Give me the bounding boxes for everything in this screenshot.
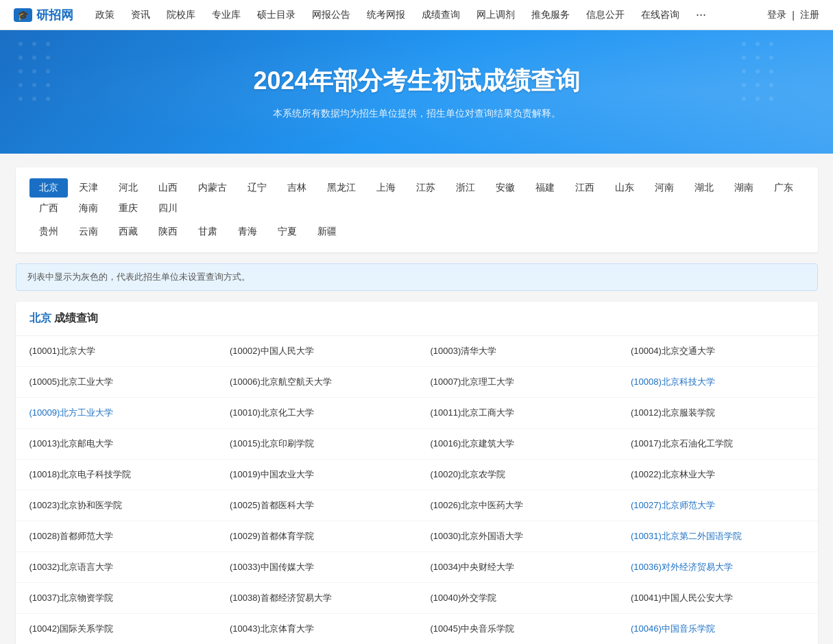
region-tab-湖南[interactable]: 湖南 bbox=[725, 178, 763, 198]
result-cell: (10040)外交学院 bbox=[417, 583, 618, 614]
region-tab-海南[interactable]: 海南 bbox=[69, 199, 108, 218]
region-tab-辽宁[interactable]: 辽宁 bbox=[238, 178, 276, 198]
svg-point-4 bbox=[32, 56, 36, 60]
results-region: 北京 bbox=[29, 312, 51, 324]
region-tab-广东[interactable]: 广东 bbox=[764, 178, 803, 198]
result-cell[interactable]: (10009)北方工业大学 bbox=[16, 398, 217, 429]
result-cell: (10017)北京石油化工学院 bbox=[617, 429, 818, 460]
svg-point-19 bbox=[756, 56, 760, 60]
region-tab-重庆[interactable]: 重庆 bbox=[109, 199, 147, 218]
nav-more[interactable]: ··· bbox=[688, 0, 714, 30]
nav-link-6[interactable]: 统考网报 bbox=[359, 0, 413, 30]
login-link[interactable]: 登录 bbox=[767, 9, 786, 21]
result-cell: (10010)北京化工大学 bbox=[216, 398, 417, 429]
svg-point-17 bbox=[769, 42, 773, 46]
info-box: 列表中显示为灰色的，代表此招生单位未设置查询方式。 bbox=[16, 263, 818, 291]
result-cell: (10001)北京大学 bbox=[16, 336, 217, 367]
result-cell[interactable]: (10031)北京第二外国语学院 bbox=[617, 521, 818, 552]
result-cell: (10002)中国人民大学 bbox=[216, 336, 417, 367]
region-tab-浙江[interactable]: 浙江 bbox=[446, 178, 485, 198]
result-cell: (10029)首都体育学院 bbox=[216, 521, 417, 552]
svg-point-1 bbox=[32, 42, 36, 46]
nav-link-5[interactable]: 网报公告 bbox=[304, 0, 359, 30]
banner-subtitle: 本系统所有数据均为招生单位提供，招生单位对查询结果负责解释。 bbox=[273, 108, 561, 120]
region-tab-江西[interactable]: 江西 bbox=[566, 178, 604, 198]
result-cell: (10007)北京理工大学 bbox=[417, 367, 618, 398]
region-tab-湖北[interactable]: 湖北 bbox=[685, 178, 723, 198]
result-cell: (10003)清华大学 bbox=[417, 336, 618, 367]
nav-link-3[interactable]: 专业库 bbox=[204, 0, 249, 30]
svg-point-9 bbox=[19, 83, 23, 87]
svg-point-25 bbox=[756, 83, 760, 87]
nav-link-1[interactable]: 资讯 bbox=[123, 0, 158, 30]
region-tab-安徽[interactable]: 安徽 bbox=[486, 178, 524, 198]
nav-link-9[interactable]: 推免服务 bbox=[523, 0, 578, 30]
region-tab-黑龙江[interactable]: 黑龙江 bbox=[317, 178, 365, 198]
result-cell: (10005)北京工业大学 bbox=[16, 367, 217, 398]
main-content: 北京天津河北山西内蒙古辽宁吉林黑龙江上海江苏浙江安徽福建江西山东河南湖北湖南广东… bbox=[5, 154, 828, 644]
result-cell: (10033)中国传媒大学 bbox=[216, 552, 417, 583]
svg-point-23 bbox=[769, 69, 773, 73]
result-cell: (10030)北京外国语大学 bbox=[417, 521, 618, 552]
region-tab-贵州[interactable]: 贵州 bbox=[29, 222, 68, 241]
region-tab-甘肃[interactable]: 甘肃 bbox=[189, 222, 227, 241]
region-tab-广西[interactable]: 广西 bbox=[29, 199, 68, 218]
nav-link-10[interactable]: 信息公开 bbox=[578, 0, 633, 30]
region-tab-内蒙古[interactable]: 内蒙古 bbox=[189, 178, 237, 198]
region-tab-上海[interactable]: 上海 bbox=[367, 178, 405, 198]
result-cell: (10042)国际关系学院 bbox=[16, 614, 217, 644]
nav-link-7[interactable]: 成绩查询 bbox=[413, 0, 468, 30]
region-tab-江苏[interactable]: 江苏 bbox=[407, 178, 445, 198]
result-cell[interactable]: (10027)北京师范大学 bbox=[617, 490, 818, 521]
result-cell: (10018)北京电子科技学院 bbox=[16, 460, 217, 490]
svg-point-5 bbox=[46, 56, 50, 60]
svg-point-29 bbox=[769, 97, 773, 101]
region-tab-云南[interactable]: 云南 bbox=[69, 222, 108, 241]
result-cell: (10032)北京语言大学 bbox=[16, 552, 217, 583]
logo-icon: 🎓 bbox=[14, 8, 32, 22]
region-tab-山东[interactable]: 山东 bbox=[605, 178, 644, 198]
svg-point-0 bbox=[19, 42, 23, 46]
nav-link-0[interactable]: 政策 bbox=[87, 0, 123, 30]
result-cell: (10015)北京印刷学院 bbox=[216, 429, 417, 460]
svg-point-27 bbox=[742, 97, 746, 101]
region-tab-河北[interactable]: 河北 bbox=[109, 178, 147, 198]
region-tab-青海[interactable]: 青海 bbox=[228, 222, 267, 241]
result-cell[interactable]: (10046)中国音乐学院 bbox=[617, 614, 818, 644]
region-tab-西藏[interactable]: 西藏 bbox=[109, 222, 147, 241]
svg-point-13 bbox=[32, 97, 36, 101]
result-cell: (10022)北京林业大学 bbox=[617, 460, 818, 490]
region-row-1: 北京天津河北山西内蒙古辽宁吉林黑龙江上海江苏浙江安徽福建江西山东河南湖北湖南广东… bbox=[29, 178, 804, 218]
region-tab-吉林[interactable]: 吉林 bbox=[278, 178, 316, 198]
region-tab-天津[interactable]: 天津 bbox=[69, 178, 108, 198]
region-tabs: 北京天津河北山西内蒙古辽宁吉林黑龙江上海江苏浙江安徽福建江西山东河南湖北湖南广东… bbox=[16, 167, 818, 252]
result-cell[interactable]: (10008)北京科技大学 bbox=[617, 367, 818, 398]
results-grid: (10001)北京大学(10002)中国人民大学(10003)清华大学(1000… bbox=[16, 336, 818, 644]
nav-auth: 登录 | 注册 bbox=[767, 9, 819, 21]
register-link[interactable]: 注册 bbox=[800, 9, 819, 21]
result-cell: (10006)北京航空航天大学 bbox=[216, 367, 417, 398]
nav-link-8[interactable]: 网上调剂 bbox=[468, 0, 523, 30]
results-section: 北京 成绩查询 (10001)北京大学(10002)中国人民大学(10003)清… bbox=[16, 302, 818, 644]
region-tab-北京[interactable]: 北京 bbox=[29, 178, 68, 198]
region-tab-河南[interactable]: 河南 bbox=[645, 178, 684, 198]
auth-divider: | bbox=[792, 10, 795, 21]
region-tab-新疆[interactable]: 新疆 bbox=[308, 222, 346, 241]
result-cell: (10012)北京服装学院 bbox=[617, 398, 818, 429]
nav-link-2[interactable]: 院校库 bbox=[158, 0, 204, 30]
svg-point-22 bbox=[756, 69, 760, 73]
svg-point-26 bbox=[769, 83, 773, 87]
region-tab-四川[interactable]: 四川 bbox=[149, 199, 187, 218]
banner-title: 2024年部分考生初试成绩查询 bbox=[253, 64, 579, 98]
result-cell[interactable]: (10036)对外经济贸易大学 bbox=[617, 552, 818, 583]
region-row-2: 贵州云南西藏陕西甘肃青海宁夏新疆 bbox=[29, 222, 804, 241]
region-tab-陕西[interactable]: 陕西 bbox=[149, 222, 187, 241]
nav-link-11[interactable]: 在线咨询 bbox=[633, 0, 688, 30]
region-tab-山西[interactable]: 山西 bbox=[149, 178, 187, 198]
svg-point-2 bbox=[46, 42, 50, 46]
nav-link-4[interactable]: 硕士目录 bbox=[249, 0, 304, 30]
region-tab-宁夏[interactable]: 宁夏 bbox=[268, 222, 306, 241]
region-tab-福建[interactable]: 福建 bbox=[526, 178, 564, 198]
svg-point-28 bbox=[756, 97, 760, 101]
site-logo[interactable]: 🎓 研招网 bbox=[14, 7, 73, 23]
